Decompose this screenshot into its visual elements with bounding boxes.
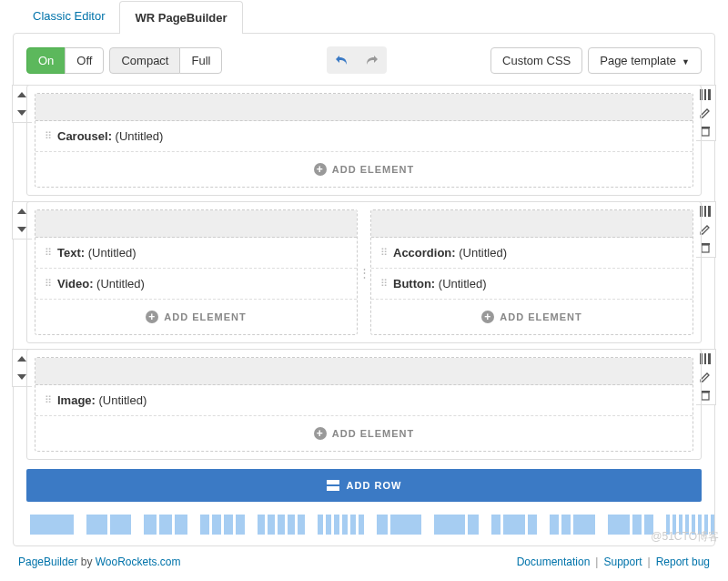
layout-preset[interactable] [318, 515, 364, 535]
redo-button[interactable] [358, 48, 385, 72]
element-label: Button: (Untitled) [393, 277, 487, 290]
element-label: Accordion: (Untitled) [393, 246, 507, 260]
chevron-up-icon [17, 356, 26, 362]
add-row-button[interactable]: ADD ROW [26, 469, 702, 502]
drag-handle-icon[interactable]: ⠿ [45, 130, 50, 142]
footer-links: Documentation|Support|Report bug [517, 556, 710, 568]
custom-css-button[interactable]: Custom CSS [490, 47, 582, 74]
builder-row: ⠿Image: (Untitled)+ADD ELEMENT [26, 349, 702, 460]
plus-circle-icon: + [314, 427, 327, 440]
builder-column: ⠿Image: (Untitled)+ADD ELEMENT [35, 357, 693, 452]
element-item[interactable]: ⠿Video: (Untitled) [35, 269, 357, 300]
page-template-dropdown[interactable]: Page template▼ [588, 47, 702, 74]
plus-circle-icon: + [146, 311, 158, 323]
add-element-button[interactable]: +ADD ELEMENT [35, 416, 693, 451]
builder-row: ⠿Text: (Untitled)⠿Video: (Untitled)+ADD … [26, 201, 702, 343]
redo-icon [365, 55, 378, 66]
layout-preset[interactable] [200, 515, 245, 535]
drag-handle-icon[interactable]: ⠿ [45, 394, 50, 406]
svg-rect-8 [702, 245, 709, 252]
view-full-button[interactable]: Full [179, 47, 222, 74]
woorockets-link[interactable]: WooRockets.com [96, 556, 181, 568]
row-layout-presets [21, 509, 707, 538]
layout-preset[interactable] [258, 515, 305, 535]
chevron-down-icon [17, 227, 26, 232]
svg-rect-12 [708, 353, 711, 364]
pagebuilder-panel: On Off Compact Full Custom CSS Page temp… [13, 33, 715, 546]
chevron-up-icon [17, 92, 26, 97]
svg-rect-13 [702, 392, 709, 400]
element-label: Text: (Untitled) [57, 246, 136, 260]
caret-down-icon: ▼ [682, 57, 690, 66]
pagebuilder-link[interactable]: PageBuilder [18, 556, 77, 568]
add-element-button[interactable]: +ADD ELEMENT [35, 152, 693, 187]
tab-classic-editor[interactable]: Classic Editor [18, 0, 119, 33]
element-label: Carousel: (Untitled) [57, 129, 163, 143]
documentation-link[interactable]: Documentation [517, 556, 591, 568]
view-compact-button[interactable]: Compact [109, 47, 180, 74]
svg-rect-2 [708, 89, 711, 100]
svg-rect-4 [701, 127, 710, 128]
drag-handle-icon[interactable]: ⠿ [380, 278, 386, 290]
layout-preset[interactable] [434, 515, 479, 535]
report-bug-link[interactable]: Report bug [656, 556, 710, 568]
column-resize-handle[interactable]: ⋮ [361, 209, 367, 335]
layout-preset[interactable] [377, 515, 421, 535]
builder-row: ⠿Carousel: (Untitled)+ADD ELEMENT [26, 85, 702, 196]
tab-wr-pagebuilder[interactable]: WR PageBuilder [119, 1, 242, 34]
chevron-down-icon [17, 110, 26, 116]
element-item[interactable]: ⠿Accordion: (Untitled) [371, 238, 693, 269]
svg-rect-15 [327, 480, 339, 484]
toggle-off-button[interactable]: Off [65, 47, 104, 74]
add-element-button[interactable]: +ADD ELEMENT [35, 300, 357, 334]
chevron-up-icon [17, 209, 26, 214]
footer-credit: PageBuilder by WooRockets.com [18, 556, 181, 568]
element-label: Video: (Untitled) [57, 277, 145, 290]
add-row-icon [327, 480, 339, 491]
svg-rect-7 [708, 206, 711, 217]
undo-icon [336, 55, 349, 66]
svg-rect-9 [701, 243, 710, 245]
layout-preset[interactable] [608, 515, 653, 535]
builder-column: ⠿Carousel: (Untitled)+ADD ELEMENT [35, 93, 693, 188]
column-header[interactable] [371, 210, 693, 238]
add-element-button[interactable]: +ADD ELEMENT [371, 300, 693, 334]
element-item[interactable]: ⠿Button: (Untitled) [371, 269, 693, 300]
column-header[interactable] [35, 94, 693, 121]
undo-button[interactable] [329, 48, 356, 72]
svg-rect-11 [704, 353, 706, 364]
layout-preset[interactable] [491, 515, 537, 535]
toggle-on-button[interactable]: On [26, 47, 66, 74]
element-item[interactable]: ⠿Carousel: (Untitled) [35, 121, 693, 152]
svg-rect-3 [702, 128, 709, 136]
column-header[interactable] [35, 210, 357, 238]
element-item[interactable]: ⠿Text: (Untitled) [35, 238, 357, 269]
drag-handle-icon[interactable]: ⠿ [45, 247, 50, 259]
layout-preset[interactable] [550, 515, 595, 535]
watermark: @51CTO博客 [651, 529, 719, 545]
svg-rect-16 [327, 486, 339, 491]
plus-circle-icon: + [481, 311, 494, 323]
layout-preset[interactable] [86, 515, 131, 535]
svg-rect-1 [704, 89, 706, 100]
layout-preset[interactable] [30, 515, 74, 535]
builder-column: ⠿Text: (Untitled)⠿Video: (Untitled)+ADD … [35, 209, 358, 335]
svg-rect-14 [701, 391, 710, 392]
builder-column: ⠿Accordion: (Untitled)⠿Button: (Untitled… [370, 209, 693, 335]
element-item[interactable]: ⠿Image: (Untitled) [35, 385, 693, 416]
support-link[interactable]: Support [603, 556, 642, 568]
drag-handle-icon[interactable]: ⠿ [380, 247, 386, 259]
column-header[interactable] [35, 358, 693, 385]
chevron-down-icon [17, 374, 26, 380]
plus-circle-icon: + [314, 163, 327, 176]
layout-preset[interactable] [144, 515, 187, 535]
drag-handle-icon[interactable]: ⠿ [45, 278, 50, 290]
svg-rect-6 [704, 206, 706, 217]
element-label: Image: (Untitled) [57, 393, 147, 407]
